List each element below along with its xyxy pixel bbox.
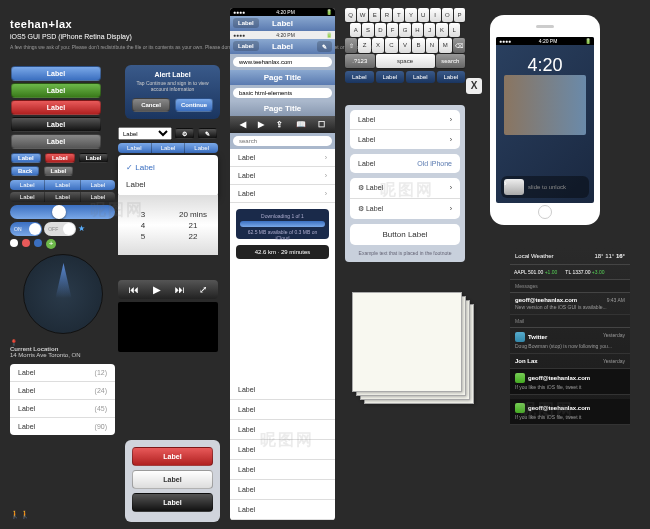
button-green[interactable]: Label [11,83,101,98]
list-item[interactable]: Label(24) [10,382,115,400]
sheet-default[interactable]: Label [132,470,213,489]
video-area [118,302,218,352]
button-label-row[interactable]: Button Label [350,224,460,245]
key[interactable]: Q [345,8,356,22]
people-icon: 🚶🚶 [10,510,30,519]
slider-knob[interactable]: › [504,179,524,195]
add-icon[interactable]: + [46,239,56,249]
settings-row[interactable]: ⚙ Label› [350,178,460,199]
toggle-off[interactable]: OFF [44,222,76,236]
close-button[interactable]: X [466,78,482,94]
seg-item[interactable]: Label [81,180,115,190]
dropdown-item[interactable]: Label [122,176,214,193]
settings-row[interactable]: ⚙ Label› [350,199,460,219]
alert-continue[interactable]: Continue [175,98,213,112]
radio-icon[interactable] [34,239,42,247]
pill-red[interactable]: Label [45,153,75,163]
picker-col[interactable]: 20 mins2122 [168,195,218,255]
url-input[interactable] [233,57,332,67]
pill-black[interactable]: Label [79,153,109,163]
picker-wheel[interactable]: 345 20 mins2122 [118,195,218,255]
seg-item[interactable]: Label [10,192,45,202]
seg-item[interactable]: Label [10,180,45,190]
next-icon[interactable]: ⏭ [175,284,185,295]
progress-panel: Downloading 1 of 162.5 MB available of 0… [236,209,329,239]
notification-item[interactable]: YesterdayJon Lax [510,354,630,369]
notification-center: Local Weather 18° 11° 16° AAPL 501.00 +1… [510,248,630,425]
nav-bar-2: LabelLabel✎ [230,39,335,54]
slider[interactable] [10,205,115,219]
notification-item[interactable]: YesterdayTwitterDoug Bowman (stop) is no… [510,328,630,354]
segmented-blue[interactable]: Label Label Label [10,180,115,190]
radio-icon[interactable] [22,239,30,247]
sheet-destructive[interactable]: Label [132,447,213,466]
button-gray[interactable]: Label [11,134,101,149]
settings-panel: Label› Label› LabelOld iPhone ⚙ Label› ⚙… [345,105,465,262]
table-row[interactable]: Label› [230,167,335,185]
alert-body: Tap Continue and sign in to view account… [131,80,214,92]
alert-title: Alert Label [131,71,214,78]
settings-row[interactable]: Label› [350,130,460,149]
toggle-on[interactable]: ON [10,222,42,236]
distance-label: 42.6 km · 29 minutes [236,245,329,259]
button-blue[interactable]: Label [11,66,101,81]
compass-dial[interactable] [23,254,103,334]
action-sheet: Label Label Label [125,440,220,522]
play-icon[interactable]: ▶ [153,284,161,295]
pill-blue-2[interactable]: Back [11,166,39,176]
fwd-icon[interactable]: ▶ [258,120,264,129]
prev-icon[interactable]: ⏮ [129,284,139,295]
seg-item[interactable]: Label [45,180,80,190]
pill-blue[interactable]: Label [11,153,41,163]
list-item[interactable]: Label(45) [10,400,115,418]
status-bar-light: ●●●●4:20 PM🔋 [230,31,335,39]
table-row[interactable]: Label [230,460,335,480]
button-red[interactable]: Label [11,100,101,115]
table-row[interactable]: Label [230,380,335,400]
settings-row[interactable]: Label› [350,110,460,130]
notification-banner[interactable]: geoff@teehanlax.comIf you like this iOS … [510,369,630,395]
seg-item[interactable]: Label [81,192,115,202]
table-row[interactable]: Label [230,420,335,440]
dropdown-item[interactable]: ✓ Label [122,159,214,176]
settings-row[interactable]: LabelOld iPhone [350,154,460,173]
book-icon[interactable]: 📖 [296,120,306,129]
sheet-cancel[interactable]: Label [132,493,213,512]
table-row[interactable]: Label [230,500,335,520]
dropdown-popover: ✓ Label Label [118,155,218,197]
search-bar [230,133,335,149]
seg-item[interactable]: Label [45,192,80,202]
weather-widget[interactable]: Local Weather 18° 11° 16° [510,248,630,265]
location-label: 📍Current Location 14 Morris Ave Toronto,… [10,339,115,358]
slide-to-unlock[interactable]: ›slide to unlock [501,176,589,198]
table-row[interactable]: Label [230,480,335,500]
pill-gray-2[interactable]: Label [44,166,74,176]
fullscreen-icon[interactable]: ⤢ [199,284,207,295]
list-item[interactable]: Label(12) [10,364,115,382]
select-label[interactable]: Label [118,127,172,140]
icon-button[interactable]: ✎ [198,128,217,139]
button-black[interactable]: Label [11,117,101,132]
list-item[interactable]: Label(90) [10,418,115,435]
icon-button[interactable]: ⚙ [175,128,194,139]
table-row[interactable]: Label [230,440,335,460]
notification-banner[interactable]: geoff@teehanlax.comIf you like this iOS … [510,399,630,425]
tabs-icon[interactable]: ☐ [318,120,325,129]
back-button[interactable]: Label [233,18,259,28]
table-row[interactable]: Label [230,400,335,420]
radio-icon[interactable] [10,239,18,247]
back-icon[interactable]: ◀ [240,120,246,129]
section-header: Mail [510,315,630,328]
share-icon[interactable]: ⇪ [276,120,283,129]
notification-item[interactable]: 9:43 AMgeoff@teehanlax.comNew version of… [510,293,630,315]
page-stack [350,290,480,410]
stocks-widget[interactable]: AAPL 501.00 +1.00 TL 1337.00 +3.00 [510,265,630,280]
table-row[interactable]: Label› [230,149,335,167]
table-row[interactable]: Label› [230,185,335,203]
alert-cancel[interactable]: Cancel [132,98,170,112]
search-row [230,85,335,101]
search-input[interactable] [233,88,332,98]
search-field[interactable] [233,136,332,146]
segmented-dark[interactable]: Label Label Label [10,192,115,202]
picker-col[interactable]: 345 [118,195,168,255]
